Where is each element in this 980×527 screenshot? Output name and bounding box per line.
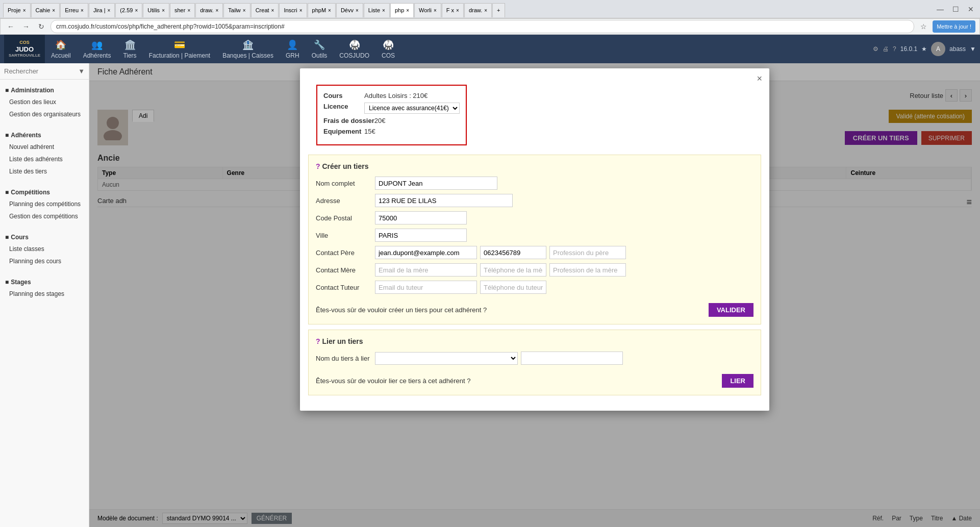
close-window-btn[interactable]: ✕ [965, 3, 977, 15]
tab-draw2[interactable]: draw. × [464, 3, 492, 17]
tab-draw1[interactable]: draw. × [195, 3, 223, 17]
profession-pere-input[interactable] [549, 246, 626, 259]
nav-accueil[interactable]: 🏠 Accueil [45, 35, 77, 63]
lier-btn[interactable]: LIER [722, 374, 753, 388]
sidebar-section-administration: ■ Administration Gestion des lieux Gesti… [0, 80, 89, 124]
ville-input[interactable] [375, 229, 467, 242]
tiers-nom-select[interactable] [375, 352, 518, 365]
main-layout: ▼ ■ Administration Gestion des lieux Ges… [0, 63, 980, 527]
tab-fx[interactable]: F x × [442, 3, 464, 17]
cp-input[interactable] [375, 211, 467, 224]
licence-select[interactable]: Licence avec assurance(41€) [364, 103, 460, 114]
tab-jira[interactable]: Jira | × [89, 3, 115, 17]
info-licence-row: Licence Licence avec assurance(41€) [323, 103, 460, 114]
sidebar-item-gestion-lieux[interactable]: Gestion des lieux [0, 96, 89, 108]
nav-banques[interactable]: 🏦 Banques | Caisses [216, 35, 280, 63]
tab-proje[interactable]: Proje × [3, 3, 31, 17]
equipement-value: 15€ [364, 128, 375, 135]
nav-grh[interactable]: 👤 GRH [280, 35, 306, 63]
tab-phpm[interactable]: phpM × [308, 3, 336, 17]
tab-devv[interactable]: Dévv × [336, 3, 363, 17]
tab-worli[interactable]: Worli × [414, 3, 441, 17]
lier-title-text: Lier un tiers [322, 337, 363, 345]
email-pere-input[interactable] [375, 246, 477, 259]
cours-value: Adultes Loisirs : 210€ [364, 92, 428, 99]
version-label: 16.0.1 [900, 45, 917, 53]
email-tuteur-input[interactable] [375, 281, 477, 294]
sidebar-item-liste-tiers[interactable]: Liste des tiers [0, 165, 89, 178]
sidebar-section-title-cours[interactable]: ■ Cours [0, 231, 89, 243]
sidebar-item-gestion-organisateurs[interactable]: Gestion des organisateurs [0, 108, 89, 120]
update-btn[interactable]: Mettre à jour ! [933, 20, 975, 33]
sidebar-item-liste-adherents[interactable]: Liste des adhérents [0, 153, 89, 165]
sidebar-section-title-stages[interactable]: ■ Stages [0, 275, 89, 288]
user-dropdown-icon[interactable]: ▼ [970, 45, 976, 53]
tab-inscri[interactable]: Inscri × [279, 3, 307, 17]
nav-outils[interactable]: 🔧 Outils [306, 35, 334, 63]
email-mere-input[interactable] [375, 263, 477, 277]
tab-utilis[interactable]: Utilis × [143, 3, 169, 17]
minimize-btn[interactable]: — [934, 3, 946, 15]
tiers-search-input[interactable] [521, 352, 623, 365]
tel-mere-input[interactable] [480, 263, 546, 277]
modal-close-btn[interactable]: × [757, 73, 762, 84]
sidebar-item-nouvel-adherent[interactable]: Nouvel adhérent [0, 141, 89, 153]
avatar: A [931, 42, 945, 56]
lier-confirm-text: Êtes-vous sûr de vouloir lier ce tiers à… [316, 377, 470, 385]
tab-creat[interactable]: Creat × [251, 3, 279, 17]
grh-icon: 👤 [287, 39, 298, 51]
tab-tailw[interactable]: Tailw × [223, 3, 250, 17]
adresse-input[interactable] [375, 194, 513, 207]
tab-liste[interactable]: Liste × [364, 3, 390, 17]
sidebar-item-planning-competitions[interactable]: Planning des compétitions [0, 198, 89, 210]
sidebar-item-liste-classes[interactable]: Liste classes [0, 243, 89, 255]
tab-sher[interactable]: sher × [170, 3, 195, 17]
nav-tiers[interactable]: 🏛️ Tiers [117, 35, 142, 63]
sidebar-section-title-administration[interactable]: ■ Administration [0, 84, 89, 96]
sidebar-section-title-competitions[interactable]: ■ Compétitions [0, 186, 89, 198]
tab-erreu[interactable]: Erreu × [60, 3, 88, 17]
sidebar-item-planning-cours[interactable]: Planning des cours [0, 255, 89, 267]
cos-icon: 🥋 [383, 39, 394, 51]
nav-adherents[interactable]: 👥 Adhérents [77, 35, 117, 63]
back-btn[interactable]: ← [5, 20, 17, 33]
sidebar-item-gestion-competitions[interactable]: Gestion des compétitions [0, 210, 89, 222]
logo[interactable]: COS JUDO SARTROUVILLE [4, 35, 45, 63]
nav-facturation[interactable]: 💳 Facturation | Paiement [143, 35, 217, 63]
tel-tuteur-input[interactable] [480, 281, 546, 294]
refresh-btn[interactable]: ↻ [35, 20, 47, 33]
tab-259[interactable]: (2.59 × [115, 3, 142, 17]
header-right: ⚙ 🖨 ? 16.0.1 ★ A abass ▼ [873, 42, 976, 56]
profession-mere-input[interactable] [549, 263, 626, 277]
address-bar[interactable]: crm.cosjudo.fr/custom/cos/php/fiche_adhe… [51, 20, 914, 33]
nav-cos[interactable]: 🥋 COS [375, 35, 401, 63]
info-cours-row: Cours Adultes Loisirs : 210€ [323, 92, 460, 99]
search-dropdown-icon[interactable]: ▼ [78, 67, 85, 75]
nav-cosjudo[interactable]: 🥋 COSJUDO [333, 35, 375, 63]
nav-accueil-label: Accueil [51, 52, 71, 59]
valider-btn[interactable]: VALIDER [709, 303, 753, 317]
cp-label: Code Postal [316, 214, 372, 222]
bookmark-btn[interactable]: ☆ [917, 20, 929, 33]
frais-value: 20€ [374, 117, 386, 124]
outils-icon: 🔧 [314, 39, 325, 51]
nom-input[interactable] [375, 177, 497, 190]
sidebar-section-title-adherents[interactable]: ■ Adhérents [0, 129, 89, 141]
nav-banques-label: Banques | Caisses [222, 52, 273, 59]
help-icon[interactable]: ? [893, 45, 896, 53]
tab-new[interactable]: + [492, 3, 505, 17]
forward-btn[interactable]: → [20, 20, 32, 33]
lier-confirm-row: Êtes-vous sûr de vouloir lier ce tiers à… [316, 370, 753, 388]
licence-label: Licence [323, 103, 364, 114]
search-input[interactable] [4, 67, 78, 75]
star-icon[interactable]: ★ [921, 45, 927, 53]
sidebar-item-planning-stages[interactable]: Planning des stages [0, 288, 89, 300]
nav-grh-label: GRH [286, 52, 299, 59]
tel-pere-input[interactable] [480, 246, 546, 259]
tab-cahie[interactable]: Cahie × [31, 3, 60, 17]
print-icon[interactable]: 🖨 [883, 45, 889, 53]
settings-icon[interactable]: ⚙ [873, 45, 878, 53]
maximize-btn[interactable]: ☐ [949, 3, 962, 15]
cours-label: Cours [323, 92, 364, 99]
tab-php[interactable]: php × [390, 3, 414, 17]
